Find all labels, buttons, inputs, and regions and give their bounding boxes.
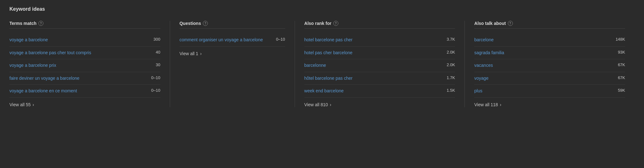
keyword-value: 148K <box>616 37 625 42</box>
also-rank-for-column: Also rank for ? hotel barcelone pas cher… <box>295 21 465 107</box>
also-talk-about-header: Also talk about ? <box>474 21 625 29</box>
chevron-right-icon: › <box>500 102 502 107</box>
keyword-value: 1.5K <box>447 88 455 93</box>
terms-match-help-icon[interactable]: ? <box>38 21 43 26</box>
list-item: hotel pas cher barcelone 2.0K <box>304 47 455 60</box>
list-item: voyage a barcelone 300 <box>9 34 160 47</box>
keyword-link[interactable]: hotel barcelone pas cher <box>304 37 443 43</box>
keyword-link[interactable]: barcelonne <box>304 62 443 69</box>
keyword-link[interactable]: week end barcelone <box>304 88 443 94</box>
keyword-link[interactable]: voyage a barcelone pas cher tout compris <box>9 50 152 56</box>
keyword-value: 67K <box>618 62 625 67</box>
list-item: voyage a barcelone prix 30 <box>9 59 160 72</box>
list-item: sagrada familia 93K <box>474 47 625 60</box>
keyword-value: 67K <box>618 75 625 80</box>
list-item: voyage 67K <box>474 72 625 85</box>
keyword-value: 0–10 <box>151 75 160 80</box>
columns-wrapper: Terms match ? voyage a barcelone 300 voy… <box>9 21 635 107</box>
list-item: week end barcelone 1.5K <box>304 85 455 98</box>
list-item: comment organiser un voyage a barcelone … <box>180 34 285 47</box>
list-item: plus 59K <box>474 85 625 98</box>
keyword-value: 1.7K <box>447 75 455 80</box>
page-wrapper: Keyword ideas Terms match ? voyage a bar… <box>0 0 644 168</box>
questions-label: Questions <box>180 21 201 26</box>
also-rank-for-label: Also rank for <box>304 21 331 26</box>
view-all-also-talk-about[interactable]: View all 118 › <box>474 98 625 107</box>
keyword-link[interactable]: faire deviner un voyage a barcelone <box>9 75 147 82</box>
also-talk-about-label: Also talk about <box>474 21 506 26</box>
view-all-terms-match-label: View all 55 <box>9 102 31 107</box>
keyword-link[interactable]: voyage a barcelone prix <box>9 62 152 69</box>
keyword-value: 40 <box>156 50 160 55</box>
view-all-questions[interactable]: View all 1 › <box>180 47 285 56</box>
also-talk-about-help-icon[interactable]: ? <box>508 21 513 26</box>
keyword-value: 0–10 <box>276 37 285 42</box>
keyword-value: 0–10 <box>151 88 160 93</box>
keyword-link[interactable]: voyage a barcelone en ce moment <box>9 88 147 94</box>
keyword-link[interactable]: barcelone <box>474 37 612 43</box>
terms-match-column: Terms match ? voyage a barcelone 300 voy… <box>9 21 170 107</box>
keyword-value: 2.0K <box>447 62 455 67</box>
questions-help-icon[interactable]: ? <box>203 21 208 26</box>
view-all-also-rank-for-label: View all 810 <box>304 102 328 107</box>
list-item: vacances 67K <box>474 59 625 72</box>
keyword-link[interactable]: hôtel barcelone pas cher <box>304 75 443 82</box>
keyword-link[interactable]: hotel pas cher barcelone <box>304 50 443 56</box>
keyword-link[interactable]: vacances <box>474 62 614 69</box>
keyword-link[interactable]: plus <box>474 88 614 94</box>
list-item: hôtel barcelone pas cher 1.7K <box>304 72 455 85</box>
list-item: barcelone 148K <box>474 34 625 47</box>
keyword-link[interactable]: voyage a barcelone <box>9 37 150 43</box>
chevron-right-icon: › <box>200 51 202 56</box>
list-item: voyage a barcelone en ce moment 0–10 <box>9 85 160 98</box>
keyword-link[interactable]: sagrada familia <box>474 50 614 56</box>
also-rank-for-header: Also rank for ? <box>304 21 455 29</box>
keyword-value: 93K <box>618 50 625 55</box>
keyword-value: 59K <box>618 88 625 93</box>
keyword-value: 3.7K <box>447 37 455 42</box>
keyword-link[interactable]: comment organiser un voyage a barcelone <box>180 37 272 43</box>
view-all-terms-match[interactable]: View all 55 › <box>9 98 160 107</box>
terms-match-label: Terms match <box>9 21 36 26</box>
also-talk-about-column: Also talk about ? barcelone 148K sagrada… <box>465 21 635 107</box>
view-all-also-talk-about-label: View all 118 <box>474 102 498 107</box>
list-item: voyage a barcelone pas cher tout compris… <box>9 47 160 60</box>
questions-column: Questions ? comment organiser un voyage … <box>170 21 295 107</box>
view-all-also-rank-for[interactable]: View all 810 › <box>304 98 455 107</box>
chevron-right-icon: › <box>330 102 331 107</box>
list-item: hotel barcelone pas cher 3.7K <box>304 34 455 47</box>
terms-match-header: Terms match ? <box>9 21 160 29</box>
keyword-value: 2.0K <box>447 50 455 55</box>
list-item: barcelonne 2.0K <box>304 59 455 72</box>
keyword-value: 300 <box>153 37 160 42</box>
questions-header: Questions ? <box>180 21 285 29</box>
keyword-link[interactable]: voyage <box>474 75 614 82</box>
view-all-questions-label: View all 1 <box>180 51 198 56</box>
page-title: Keyword ideas <box>9 6 635 12</box>
list-item: faire deviner un voyage a barcelone 0–10 <box>9 72 160 85</box>
keyword-value: 30 <box>156 62 160 67</box>
chevron-right-icon: › <box>32 102 34 107</box>
also-rank-for-help-icon[interactable]: ? <box>333 21 338 26</box>
